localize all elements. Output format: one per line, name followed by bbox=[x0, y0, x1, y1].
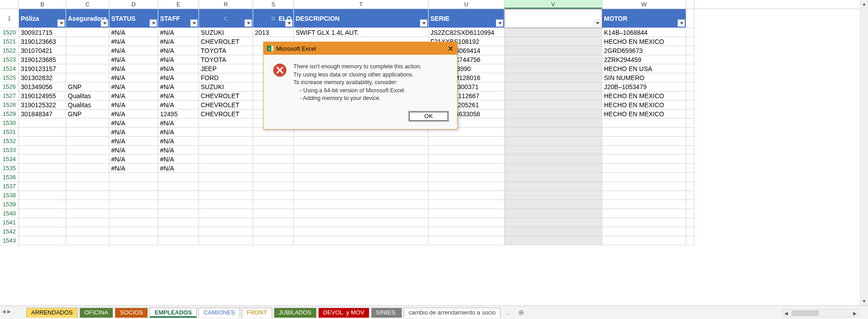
cell[interactable] bbox=[66, 137, 109, 146]
cell[interactable] bbox=[505, 128, 602, 137]
cell[interactable] bbox=[686, 55, 694, 64]
row-header[interactable]: 1534 bbox=[0, 155, 19, 164]
cell[interactable] bbox=[199, 137, 253, 146]
cell[interactable] bbox=[294, 236, 429, 245]
cell[interactable] bbox=[199, 173, 253, 182]
cell[interactable] bbox=[686, 100, 694, 110]
cell[interactable] bbox=[199, 236, 253, 245]
cell[interactable] bbox=[429, 182, 505, 191]
vertical-scrollbar[interactable] bbox=[860, 0, 868, 305]
cell[interactable] bbox=[109, 227, 158, 236]
scroll-down-arrow[interactable] bbox=[860, 297, 868, 305]
cell[interactable]: TOYOTA bbox=[199, 55, 253, 64]
cell[interactable]: 301349056 bbox=[19, 82, 66, 91]
cell[interactable]: 2GRD659673 bbox=[602, 46, 686, 55]
cell[interactable]: #N/A bbox=[109, 37, 158, 46]
cell[interactable]: 3190123685 bbox=[19, 55, 66, 64]
cell[interactable] bbox=[294, 227, 429, 236]
cell[interactable] bbox=[66, 164, 109, 173]
cell[interactable]: 3190125322 bbox=[19, 100, 66, 110]
cell[interactable] bbox=[686, 73, 694, 82]
cell[interactable] bbox=[505, 182, 602, 191]
filter-dropdown-icon[interactable] bbox=[496, 19, 503, 27]
tabs-overflow[interactable]: ... bbox=[502, 309, 514, 316]
cell[interactable] bbox=[199, 182, 253, 191]
cell[interactable] bbox=[505, 37, 602, 46]
cell[interactable] bbox=[19, 209, 66, 218]
ok-button[interactable]: OK bbox=[408, 111, 449, 122]
cell[interactable] bbox=[686, 82, 694, 91]
cell[interactable] bbox=[429, 218, 505, 227]
col-header-V[interactable]: V bbox=[505, 0, 602, 9]
cell[interactable]: Qualitas bbox=[66, 100, 109, 110]
cell[interactable] bbox=[686, 110, 694, 119]
cell[interactable] bbox=[505, 236, 602, 245]
cell[interactable]: CHEVROLET bbox=[199, 37, 253, 46]
row-header[interactable]: 1520 bbox=[0, 28, 19, 37]
filter-dropdown-icon[interactable] bbox=[150, 19, 157, 27]
cell[interactable]: #N/A bbox=[109, 146, 158, 155]
sheet-tab-sin[interactable]: SINIES. bbox=[371, 308, 402, 318]
sheet-tab-cambio[interactable]: cambio de arrendamiento a socio bbox=[404, 308, 500, 318]
sheet-tab-fro[interactable]: FRONT bbox=[242, 308, 272, 318]
cell[interactable] bbox=[19, 236, 66, 245]
cell[interactable] bbox=[19, 146, 66, 155]
cell[interactable]: #N/A bbox=[158, 46, 199, 55]
cell[interactable] bbox=[686, 137, 694, 146]
col-header-B[interactable]: B bbox=[19, 0, 66, 9]
cell[interactable]: #N/A bbox=[109, 64, 158, 73]
cell[interactable]: #N/A bbox=[109, 164, 158, 173]
filter-dropdown-icon[interactable] bbox=[57, 19, 65, 27]
cell[interactable] bbox=[19, 155, 66, 164]
cell[interactable] bbox=[602, 155, 686, 164]
cell[interactable] bbox=[686, 200, 694, 209]
tab-nav[interactable]: ◀▶ bbox=[2, 309, 11, 314]
cell[interactable]: #N/A bbox=[109, 119, 158, 128]
cell[interactable] bbox=[253, 200, 294, 209]
cell[interactable]: #N/A bbox=[158, 37, 199, 46]
cell[interactable] bbox=[602, 218, 686, 227]
sheet-tab-dev[interactable]: DEVOL. y MOV bbox=[318, 308, 369, 318]
cell[interactable]: #N/A bbox=[109, 110, 158, 119]
filter-dropdown-icon[interactable] bbox=[245, 19, 252, 27]
cell[interactable]: 2013 bbox=[253, 28, 294, 37]
header-cell-W[interactable]: MOTOR bbox=[602, 9, 686, 28]
cell[interactable]: #N/A bbox=[158, 55, 199, 64]
cell[interactable] bbox=[505, 137, 602, 146]
cell[interactable] bbox=[109, 209, 158, 218]
cell[interactable]: #N/A bbox=[158, 28, 199, 37]
cell[interactable]: HECHO EN MEXICO bbox=[602, 100, 686, 110]
row-header[interactable]: 1543 bbox=[0, 236, 19, 245]
row-header[interactable]: 1521 bbox=[0, 37, 19, 46]
filter-dropdown-icon[interactable] bbox=[594, 19, 601, 27]
cell[interactable]: SUZUKI bbox=[199, 82, 253, 91]
row-header[interactable]: 1537 bbox=[0, 182, 19, 191]
cell[interactable] bbox=[199, 119, 253, 128]
cell[interactable] bbox=[429, 191, 505, 200]
col-header-D[interactable]: D bbox=[109, 0, 158, 9]
row-header[interactable]: 1541 bbox=[0, 218, 19, 227]
cell[interactable] bbox=[602, 200, 686, 209]
cell[interactable] bbox=[505, 73, 602, 82]
cell[interactable] bbox=[505, 55, 602, 64]
cell[interactable]: GNP bbox=[66, 82, 109, 91]
cell[interactable] bbox=[158, 173, 199, 182]
cell[interactable] bbox=[505, 82, 602, 91]
sheet-tab-cam[interactable]: CAMIONES bbox=[198, 308, 240, 318]
row-header[interactable]: 1530 bbox=[0, 119, 19, 128]
cell[interactable] bbox=[158, 209, 199, 218]
sheet-tab-jub[interactable]: JUBILADOS bbox=[274, 308, 316, 318]
cell[interactable]: HECHO EN USA bbox=[602, 64, 686, 73]
cell[interactable] bbox=[602, 164, 686, 173]
cell[interactable] bbox=[66, 128, 109, 137]
sheet-tab-arr[interactable]: ARRENDADOS bbox=[26, 308, 78, 318]
row-header[interactable]: 1523 bbox=[0, 55, 19, 64]
col-header-W[interactable]: W bbox=[602, 0, 686, 9]
cell[interactable] bbox=[199, 191, 253, 200]
header-cell-E[interactable]: STAFF bbox=[158, 9, 199, 28]
filter-dropdown-icon[interactable] bbox=[190, 19, 198, 27]
cell[interactable] bbox=[429, 200, 505, 209]
cell[interactable] bbox=[686, 164, 694, 173]
cell[interactable]: SIN NUMERO bbox=[602, 73, 686, 82]
cell[interactable]: #N/A bbox=[109, 55, 158, 64]
